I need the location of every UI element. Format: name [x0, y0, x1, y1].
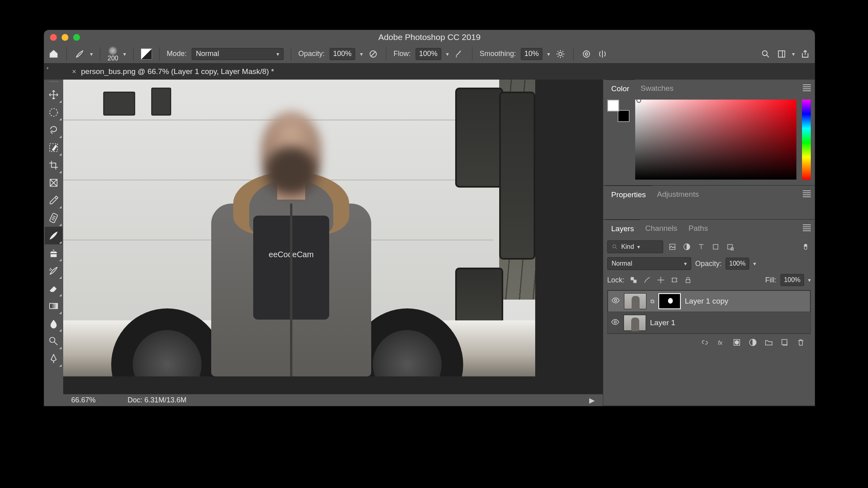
smoothing-options-icon[interactable] [555, 48, 566, 60]
tab-layers[interactable]: Layers [606, 220, 640, 237]
blend-mode-select[interactable]: Normal ▾ [192, 48, 284, 60]
brush-tool[interactable] [45, 227, 62, 244]
doc-info[interactable]: Doc: 6.31M/13.6M [128, 396, 186, 404]
new-layer-icon[interactable] [780, 338, 789, 348]
marquee-tool[interactable] [45, 104, 62, 121]
tab-paths[interactable]: Paths [683, 220, 714, 237]
zoom-level[interactable]: 66.67% [71, 396, 96, 404]
dodge-tool[interactable] [45, 332, 62, 350]
eyedropper-tool[interactable] [45, 192, 62, 209]
layer-opacity-input[interactable]: 100% [726, 258, 749, 270]
quick-selection-tool[interactable] [45, 139, 62, 156]
brush-panel-toggle[interactable] [141, 48, 152, 60]
pressure-size-icon[interactable] [581, 48, 592, 60]
opacity-input[interactable]: 100% [330, 48, 355, 60]
visibility-toggle[interactable] [611, 296, 620, 306]
link-layers-icon[interactable] [700, 338, 709, 348]
document-tab-title[interactable]: person_bus.png @ 66.7% (Layer 1 copy, La… [81, 67, 274, 76]
layer-style-icon[interactable]: fx [716, 338, 725, 348]
background-color-swatch[interactable] [618, 110, 630, 122]
smoothing-input[interactable]: 10% [521, 48, 542, 60]
svg-rect-10 [50, 304, 58, 309]
clone-stamp-tool[interactable] [45, 244, 62, 262]
status-menu-icon[interactable]: ▶ [589, 396, 595, 405]
delete-layer-icon[interactable] [796, 338, 805, 348]
layer-thumbnail[interactable] [624, 293, 646, 309]
layer-name[interactable]: Layer 1 copy [685, 297, 728, 306]
mask-link-icon[interactable]: ⧉ [650, 298, 654, 305]
chevron-down-icon[interactable]: ▾ [792, 51, 795, 57]
layer-name[interactable]: Layer 1 [650, 318, 675, 327]
healing-brush-tool[interactable] [45, 209, 62, 227]
lock-position-icon[interactable] [656, 275, 666, 285]
lock-artboard-icon[interactable] [669, 275, 680, 285]
layer-filter-kind[interactable]: Kind ▾ [607, 240, 663, 253]
panel-menu-icon[interactable] [803, 190, 811, 197]
chevron-down-icon[interactable]: ▾ [547, 51, 550, 57]
pressure-opacity-icon[interactable] [368, 48, 379, 60]
share-icon[interactable] [800, 48, 811, 60]
filter-shape-icon[interactable] [710, 242, 721, 252]
tab-properties[interactable]: Properties [606, 186, 652, 203]
foreground-color-swatch[interactable] [607, 100, 619, 112]
flow-input[interactable]: 100% [416, 48, 441, 60]
layer-fill-input[interactable]: 100% [780, 274, 804, 286]
gradient-tool[interactable] [45, 297, 62, 315]
filter-toggle[interactable] [800, 242, 811, 252]
group-layers-icon[interactable] [764, 338, 773, 348]
tab-adjustments[interactable]: Adjustments [652, 186, 705, 203]
frame-tool[interactable] [45, 174, 62, 192]
canvas[interactable]: eeCodeCam [63, 80, 603, 394]
lock-all-icon[interactable] [683, 275, 693, 285]
filter-adjustment-icon[interactable] [682, 242, 692, 252]
panel-menu-icon[interactable] [803, 84, 811, 91]
svg-rect-20 [631, 277, 634, 280]
smudge-tool[interactable] [45, 315, 62, 332]
chevron-down-icon[interactable]: ▾ [90, 51, 93, 57]
visibility-toggle[interactable] [611, 318, 620, 328]
history-brush-tool[interactable] [45, 262, 62, 280]
foreground-background-colors[interactable] [607, 100, 630, 122]
chevron-down-icon[interactable]: ▾ [808, 277, 811, 283]
add-mask-icon[interactable] [732, 338, 741, 348]
close-window-button[interactable] [50, 34, 57, 41]
filter-smartobject-icon[interactable] [725, 242, 735, 252]
lock-image-icon[interactable] [642, 275, 652, 285]
eraser-tool[interactable] [45, 280, 62, 297]
filter-pixel-icon[interactable] [667, 242, 678, 252]
layer-mask-thumbnail[interactable] [658, 293, 681, 309]
move-tool[interactable] [45, 86, 62, 104]
minimize-window-button[interactable] [62, 34, 68, 41]
chevron-down-icon[interactable]: ▾ [446, 51, 449, 57]
tab-swatches[interactable]: Swatches [635, 80, 679, 97]
lasso-tool[interactable] [45, 121, 62, 139]
hue-slider[interactable] [802, 100, 811, 180]
color-field[interactable] [635, 100, 796, 180]
pen-tool[interactable] [45, 350, 62, 368]
symmetry-icon[interactable] [597, 48, 608, 60]
layer-row[interactable]: ⧉ Layer 1 copy [608, 290, 810, 312]
maximize-window-button[interactable] [73, 34, 80, 41]
airbrush-icon[interactable] [454, 48, 465, 60]
home-button[interactable] [48, 48, 59, 60]
chevron-down-icon[interactable]: ▾ [123, 51, 126, 57]
layer-thumbnail[interactable] [624, 315, 646, 331]
search-icon[interactable] [760, 48, 771, 60]
panel-menu-icon[interactable] [803, 224, 811, 231]
layer-blend-mode-select[interactable]: Normal▾ [607, 257, 691, 270]
adjustment-layer-icon[interactable] [748, 338, 757, 348]
chevron-down-icon[interactable]: ▾ [360, 51, 363, 57]
tab-channels[interactable]: Channels [640, 220, 683, 237]
expand-toolbox-icon[interactable]: ›› [46, 65, 48, 71]
brush-preset-picker[interactable]: 200 [108, 46, 118, 62]
chevron-down-icon[interactable]: ▾ [753, 260, 756, 267]
layer-row[interactable]: Layer 1 [608, 312, 810, 334]
lock-transparency-icon[interactable] [628, 275, 639, 285]
filter-type-icon[interactable] [696, 242, 706, 252]
workspace-switcher[interactable] [776, 48, 787, 60]
tab-color[interactable]: Color [606, 80, 635, 97]
crop-tool[interactable] [45, 156, 62, 174]
close-tab-button[interactable]: × [72, 68, 76, 76]
brush-tool-icon[interactable] [74, 48, 85, 60]
panel-grip[interactable] [48, 81, 60, 84]
